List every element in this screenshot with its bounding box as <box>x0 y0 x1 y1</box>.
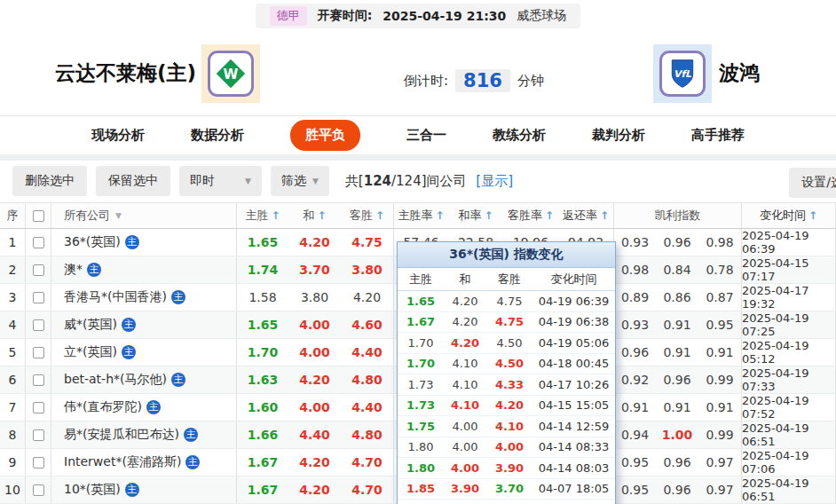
popup-draw-odds: 4.00 <box>453 420 478 433</box>
row-checkbox[interactable] <box>33 484 44 496</box>
company-name[interactable]: Interwet*(塞浦路斯) <box>64 454 181 470</box>
main-company-badge-icon: 主 <box>185 455 200 469</box>
sort-asc-icon: ↑ <box>484 209 493 222</box>
row-checkbox[interactable] <box>33 347 44 358</box>
kelly-cell: 0.96 <box>656 229 698 256</box>
odds-draw[interactable]: 4.20 <box>299 373 330 387</box>
select-all-checkbox[interactable] <box>33 210 44 222</box>
tab-referee-analysis[interactable]: 裁判分析 <box>592 127 645 144</box>
odds-draw[interactable]: 4.20 <box>299 455 330 469</box>
col-select-all <box>25 203 51 228</box>
row-checkbox[interactable] <box>33 457 44 469</box>
col-company[interactable]: 所有公司 ▼ <box>51 203 236 228</box>
col-change-time[interactable]: 变化时间↑ <box>741 203 836 228</box>
instant-select[interactable]: 即时 ▼ <box>179 166 262 196</box>
keep-selected-button[interactable]: 保留选中 <box>96 166 170 196</box>
company-name[interactable]: 威*(英国) <box>64 317 117 333</box>
company-name[interactable]: 伟*(直布罗陀) <box>64 399 142 415</box>
change-time: 2025-04-19 07:25 <box>741 311 836 338</box>
row-checkbox[interactable] <box>33 319 44 331</box>
odds-home-win-cell: 1.70 <box>236 339 288 366</box>
kelly-cell: 0.96 <box>656 366 698 393</box>
company-cell: Interwet*(塞浦路斯)主 <box>51 449 236 476</box>
company-count: 共[124/124]间公司 [显示] <box>345 173 513 190</box>
odds-draw[interactable]: 4.00 <box>299 318 330 332</box>
tab-data-analysis[interactable]: 数据分析 <box>191 127 244 144</box>
kelly-cell: 0.95 <box>613 449 656 476</box>
odds-home-win[interactable]: 1.65 <box>248 318 279 332</box>
odds-away-win[interactable]: 4.80 <box>351 428 383 442</box>
company-name[interactable]: 澳* <box>64 262 83 278</box>
odds-away-win[interactable]: 4.20 <box>353 290 381 304</box>
settings-button[interactable]: 设置/选择 <box>789 168 836 198</box>
row-checkbox[interactable] <box>33 237 44 248</box>
odds-away-win[interactable]: 4.75 <box>351 235 383 249</box>
delete-selected-button[interactable]: 删除选中 <box>12 166 87 196</box>
odds-away-win[interactable]: 3.80 <box>351 263 383 277</box>
popup-footer[interactable]: 点击指数查看更多变化 <box>398 500 615 504</box>
odds-away-win[interactable]: 4.70 <box>351 483 383 497</box>
odds-draw-cell: 4.00 <box>288 311 341 338</box>
row-checkbox[interactable] <box>33 374 44 386</box>
tab-three-in-one[interactable]: 三合一 <box>406 127 446 144</box>
odds-draw[interactable]: 3.70 <box>299 263 330 277</box>
row-checkbox[interactable] <box>33 292 44 303</box>
col-home-win[interactable]: 主胜↑ <box>236 203 288 228</box>
row-checkbox-cell <box>25 394 51 421</box>
col-away-rate[interactable]: 客胜率↑ <box>503 203 558 228</box>
col-return-rate[interactable]: 返还率↑ <box>558 203 613 228</box>
col-away-win[interactable]: 客胜↑ <box>341 203 393 228</box>
kelly-value: 0.91 <box>706 400 733 414</box>
odds-home-win[interactable]: 1.63 <box>248 373 279 387</box>
odds-away-win-cell: 4.75 <box>341 229 393 256</box>
company-name[interactable]: 易*(安提瓜和巴布达) <box>64 427 179 443</box>
odds-home-win[interactable]: 1.70 <box>248 345 279 359</box>
odds-draw[interactable]: 4.00 <box>299 345 330 359</box>
company-name[interactable]: 36*(英国) <box>64 234 121 250</box>
company-name[interactable]: 立*(英国) <box>64 344 117 360</box>
odds-home-win[interactable]: 1.67 <box>248 455 279 469</box>
odds-away-win[interactable]: 4.40 <box>351 345 383 359</box>
odds-draw[interactable]: 3.80 <box>301 290 328 304</box>
odds-draw[interactable]: 4.00 <box>299 400 330 414</box>
odds-home-win[interactable]: 1.60 <box>248 400 279 414</box>
svg-text:VfL: VfL <box>674 68 691 80</box>
company-name[interactable]: 10*(英国) <box>64 482 121 498</box>
popup-away-odds: 4.00 <box>495 440 524 453</box>
tab-expert-picks[interactable]: 高手推荐 <box>691 127 745 144</box>
odds-home-win[interactable]: 1.67 <box>248 483 279 497</box>
col-draw[interactable]: 和↑ <box>288 203 341 228</box>
tab-live-analysis[interactable]: 现场分析 <box>91 127 145 144</box>
popup-draw-odds-cell: 4.10 <box>444 378 486 391</box>
company-name[interactable]: 香港马*(中国香港) <box>64 289 167 305</box>
filter-select[interactable]: 筛选 ▼ <box>271 166 329 196</box>
odds-away-win[interactable]: 4.70 <box>351 455 383 469</box>
kelly-value: 0.96 <box>663 483 690 497</box>
odds-draw[interactable]: 4.20 <box>299 235 330 249</box>
odds-draw[interactable]: 4.40 <box>299 428 330 442</box>
row-checkbox[interactable] <box>33 402 44 413</box>
tab-win-draw-loss[interactable]: 胜平负 <box>290 120 360 151</box>
show-link[interactable]: [显示] <box>476 173 513 189</box>
col-draw-rate[interactable]: 和率↑ <box>448 203 503 228</box>
row-checkbox[interactable] <box>33 429 44 441</box>
odds-home-win[interactable]: 1.74 <box>248 263 279 277</box>
odds-home-win[interactable]: 1.58 <box>248 290 276 304</box>
odds-draw[interactable]: 4.20 <box>299 483 330 497</box>
sort-asc-icon: ↑ <box>808 209 817 222</box>
company-name[interactable]: bet-at-h*(马尔他) <box>64 372 167 388</box>
odds-away-win[interactable]: 4.40 <box>351 400 383 414</box>
row-checkbox[interactable] <box>33 264 44 276</box>
odds-away-win[interactable]: 4.60 <box>351 318 383 332</box>
odds-away-win[interactable]: 4.80 <box>351 373 383 387</box>
change-time: 2025-04-19 06:51 <box>741 476 836 503</box>
main-company-badge-icon: 主 <box>171 290 185 304</box>
popup-draw-odds-cell: 4.00 <box>444 420 486 433</box>
popup-home-odds-cell: 1.80 <box>398 440 444 453</box>
tab-coach-analysis[interactable]: 教练分析 <box>493 127 546 144</box>
odds-home-win[interactable]: 1.66 <box>248 428 279 442</box>
odds-away-win-cell: 4.20 <box>341 284 393 311</box>
col-home-rate[interactable]: 主胜率↑ <box>393 203 448 228</box>
kelly-cell: 0.87 <box>698 284 741 311</box>
odds-home-win[interactable]: 1.65 <box>248 235 279 249</box>
